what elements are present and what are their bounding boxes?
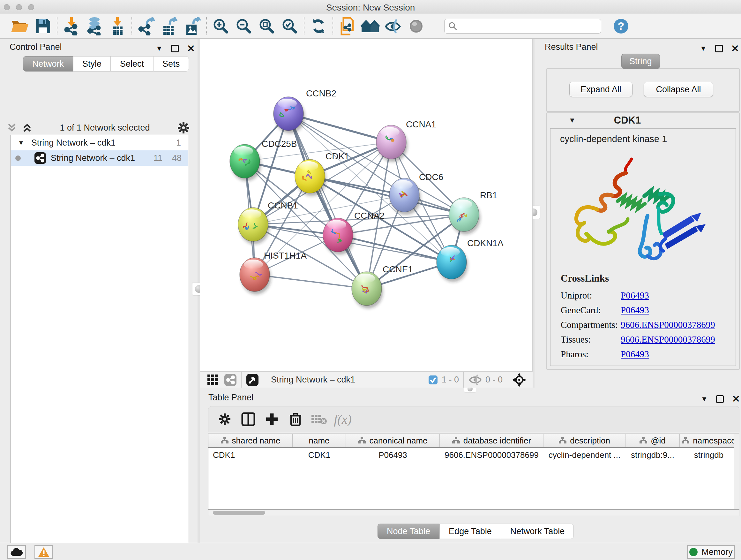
selected-checkbox-icon[interactable] [428,375,438,385]
panel-close-icon[interactable]: ✕ [732,393,740,405]
tab-style[interactable]: Style [73,56,111,71]
table-cell[interactable]: CDK1 [293,448,346,462]
show-all-button[interactable] [405,16,428,37]
hide-selected-button[interactable] [382,16,405,37]
network-node-ccnb1[interactable] [238,207,269,244]
export-image-button[interactable] [181,16,204,37]
tab-sets[interactable]: Sets [153,56,189,71]
clone-network-button[interactable] [336,16,359,37]
crosslinks-title: CrossLinks [561,273,736,284]
network-node-cdk1[interactable] [295,159,326,196]
tree-expand-icon[interactable]: ▼ [18,139,24,146]
collapse-all-icon[interactable] [6,122,17,133]
table-row[interactable]: CDK1CDK1P064939606.ENSP00000378699cyclin… [208,448,739,462]
table-horizontal-scrollbar[interactable] [208,509,739,516]
birds-eye-view-icon[interactable] [246,374,259,386]
expand-all-button[interactable]: Expand All [569,82,632,97]
tab-edge-table[interactable]: Edge Table [440,523,501,539]
table-cell[interactable]: stringdb:9... [625,448,680,462]
import-network-from-database-button[interactable] [83,16,106,37]
panel-close-icon[interactable]: ✕ [187,43,195,54]
network-tree-collection-row[interactable]: ▼ String Network – cdk1 1 [11,135,188,150]
network-node-rb1[interactable] [449,198,480,234]
search-input[interactable] [457,21,591,31]
cloud-status-button[interactable] [7,545,26,559]
export-table-button[interactable] [158,16,181,37]
crosslink-link[interactable]: 9606.ENSP00000378699 [621,334,715,345]
tab-network-table[interactable]: Network Table [501,523,574,539]
delete-table-button[interactable] [307,408,331,430]
table-cell[interactable]: 9606.ENSP00000378699 [440,448,543,462]
panel-menu-icon[interactable]: ▼ [700,44,707,53]
result-entry-header[interactable]: ▼ CDK1 [547,113,739,128]
column-header-shared-name[interactable]: shared name [208,434,293,447]
network-node-ccna2[interactable] [323,218,354,255]
panel-float-icon[interactable] [716,395,724,403]
tab-network[interactable]: Network [23,56,73,71]
warning-status-button[interactable] [35,545,53,559]
table-cell[interactable]: cyclin-dependent ... [543,448,625,462]
crosslink-link[interactable]: P06493 [621,305,649,315]
network-badge-icon[interactable] [224,374,237,386]
first-neighbors-button[interactable] [359,16,382,37]
refresh-button[interactable] [307,16,330,37]
zoom-fit-button[interactable] [255,16,278,37]
table-vertical-scrollbar[interactable] [734,434,739,509]
open-session-button[interactable] [8,16,31,37]
panel-float-icon[interactable] [171,45,179,52]
collapse-all-button[interactable]: Collapse All [644,82,713,97]
column-header-namespace[interactable]: namespace [680,434,738,447]
network-canvas[interactable]: CCNB2CCNA1CDC25BCDK1CDC6RB1CCNB1CCNA2CDK… [200,39,533,372]
table-cell[interactable]: stringdb [680,448,738,462]
crosslink-link[interactable]: P06493 [621,349,649,359]
network-edge[interactable] [338,235,452,262]
column-header-database-identifier[interactable]: database identifier [440,434,543,447]
network-tree-item-row[interactable]: String Network – cdk1 11 48 [11,150,188,166]
zoom-in-button[interactable] [209,16,232,37]
network-edge[interactable] [255,274,367,289]
gear-icon[interactable] [177,121,190,134]
hidden-eye-slash-icon[interactable] [468,374,482,385]
tab-string[interactable]: String [621,54,660,69]
table-options-button[interactable] [213,408,237,430]
delete-columns-button[interactable] [284,408,307,430]
import-table-button[interactable] [106,16,129,37]
show-columns-button[interactable] [237,408,260,430]
network-tree: ▼ String Network – cdk1 1 String Network… [10,135,188,560]
network-node-ccne1[interactable] [352,272,383,308]
expand-all-icon[interactable] [22,122,32,133]
help-button[interactable]: ? [610,16,632,37]
table-cell[interactable]: P06493 [346,448,440,462]
column-header-description[interactable]: description [543,434,625,447]
column-header--id[interactable]: @id [625,434,680,447]
network-node-ccnb2[interactable] [273,97,305,133]
entry-collapse-icon[interactable]: ▼ [569,116,576,125]
network-node-cdkn1a[interactable] [436,245,468,282]
table-cell[interactable]: CDK1 [208,448,293,462]
memory-button[interactable]: Memory [687,545,735,559]
grid-view-icon[interactable] [207,374,219,386]
tab-node-table[interactable]: Node Table [378,523,440,539]
save-session-button[interactable] [31,16,54,37]
network-node-cdc25b[interactable] [230,144,261,181]
table-header-row: shared namenamecanonical namedatabase id… [208,434,739,448]
tab-select[interactable]: Select [111,56,153,71]
panel-float-icon[interactable] [715,45,723,52]
edge-count: 48 [172,153,182,163]
crosslink-link[interactable]: 9606.ENSP00000378699 [621,320,715,330]
function-builder-button[interactable]: f(x) [331,408,354,430]
import-network-button[interactable] [60,16,83,37]
crosslink-link[interactable]: P06493 [621,290,649,300]
zoom-out-button[interactable] [232,16,255,37]
fit-content-crosshair-icon[interactable] [511,373,528,387]
panel-close-icon[interactable]: ✕ [731,43,739,54]
network-edge[interactable] [288,114,367,289]
panel-menu-icon[interactable]: ▼ [701,395,708,403]
column-header-name[interactable]: name [293,434,346,447]
panel-menu-icon[interactable]: ▼ [156,44,163,53]
export-network-button[interactable] [135,16,158,37]
create-column-button[interactable] [260,408,284,430]
network-node-ccna1[interactable] [376,125,408,162]
zoom-selected-button[interactable] [278,16,301,37]
column-header-canonical-name[interactable]: canonical name [346,434,440,447]
